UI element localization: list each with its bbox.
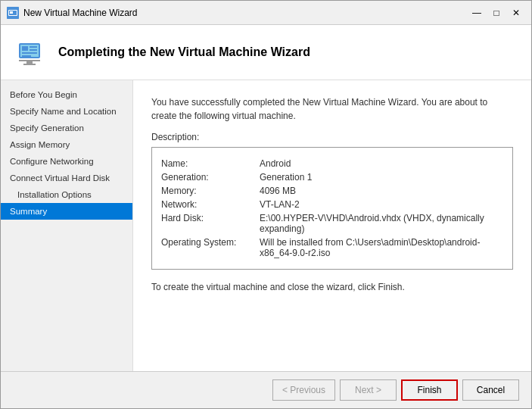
svg-rect-3	[10, 11, 13, 14]
sidebar-item-installation-options[interactable]: Installation Options	[1, 186, 132, 203]
finish-button[interactable]: Finish	[401, 379, 458, 401]
main-content: You have successfully completed the New …	[133, 80, 531, 371]
svg-rect-7	[22, 46, 28, 51]
sidebar: Before You Begin Specify Name and Locati…	[1, 80, 133, 371]
sidebar-item-specify-generation[interactable]: Specify Generation	[1, 120, 132, 136]
svg-rect-13	[22, 52, 37, 54]
desc-value: Will be installed from C:\Users\admin\De…	[260, 236, 503, 260]
header-title: Completing the New Virtual Machine Wizar…	[58, 45, 310, 59]
table-row: Network:VT-LAN-2	[161, 198, 503, 211]
footer-text: To create the virtual machine and close …	[151, 282, 513, 292]
button-bar: < Previous Next > Finish Cancel	[1, 371, 531, 408]
svg-rect-14	[22, 55, 31, 57]
desc-value: Android	[260, 157, 503, 170]
svg-rect-9	[30, 49, 37, 51]
table-row: Name:Android	[161, 157, 503, 170]
svg-rect-12	[23, 64, 36, 65]
description-label: Description:	[151, 132, 513, 142]
desc-key: Operating System:	[161, 236, 260, 260]
sidebar-item-before-you-begin[interactable]: Before You Begin	[1, 86, 132, 103]
window-title: New Virtual Machine Wizard	[23, 8, 468, 18]
desc-key: Hard Disk:	[161, 211, 260, 236]
main-window: New Virtual Machine Wizard — □ ✕	[0, 0, 532, 409]
table-row: Memory:4096 MB	[161, 184, 503, 198]
minimize-button[interactable]: —	[468, 5, 486, 21]
window-controls: — □ ✕	[468, 5, 525, 21]
sidebar-item-configure-networking[interactable]: Configure Networking	[1, 153, 132, 170]
sidebar-item-assign-memory[interactable]: Assign Memory	[1, 136, 132, 153]
cancel-button[interactable]: Cancel	[462, 379, 519, 401]
previous-button[interactable]: < Previous	[272, 379, 335, 401]
intro-text: You have successfully completed the New …	[151, 95, 513, 123]
sidebar-item-specify-name[interactable]: Specify Name and Location	[1, 103, 132, 120]
maximize-button[interactable]: □	[487, 5, 506, 21]
desc-key: Generation:	[161, 170, 260, 184]
svg-rect-8	[30, 46, 37, 48]
desc-value: VT-LAN-2	[260, 198, 503, 211]
desc-key: Memory:	[161, 184, 260, 198]
table-row: Hard Disk:E:\00.HYPER-V\VHD\Android.vhdx…	[161, 211, 503, 236]
close-button[interactable]: ✕	[507, 5, 525, 21]
svg-rect-10	[19, 60, 40, 61]
svg-rect-11	[26, 61, 33, 64]
window-icon	[7, 7, 19, 19]
desc-value: E:\00.HYPER-V\VHD\Android.vhdx (VHDX, dy…	[260, 211, 503, 236]
desc-value: 4096 MB	[260, 184, 503, 198]
description-table: Name:AndroidGeneration:Generation 1Memor…	[161, 157, 503, 260]
desc-value: Generation 1	[260, 170, 503, 184]
desc-key: Network:	[161, 198, 260, 211]
table-row: Operating System:Will be installed from …	[161, 236, 503, 260]
desc-key: Name:	[161, 157, 260, 170]
description-box: Name:AndroidGeneration:Generation 1Memor…	[151, 147, 513, 270]
sidebar-item-connect-hard-disk[interactable]: Connect Virtual Hard Disk	[1, 170, 132, 186]
header: Completing the New Virtual Machine Wizar…	[1, 25, 531, 80]
title-bar: New Virtual Machine Wizard — □ ✕	[1, 1, 531, 25]
table-row: Generation:Generation 1	[161, 170, 503, 184]
content-area: Before You Begin Specify Name and Locati…	[1, 80, 531, 371]
next-button: Next >	[340, 379, 397, 401]
wizard-icon	[16, 37, 46, 67]
sidebar-item-summary[interactable]: Summary	[1, 203, 132, 220]
